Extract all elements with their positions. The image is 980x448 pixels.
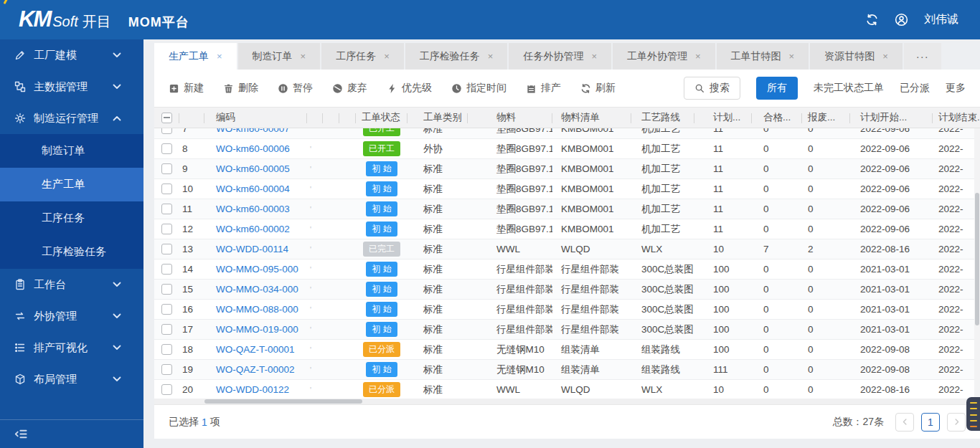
work-order-code-link[interactable]: WO-km60-00002: [216, 224, 290, 234]
刷新-button[interactable]: 刷新: [580, 82, 616, 95]
tab-close-icon[interactable]: ×: [591, 52, 597, 61]
tab-close-icon[interactable]: ×: [789, 52, 795, 61]
暂停-button[interactable]: 暂停: [278, 82, 313, 95]
tab-工序检验任务[interactable]: 工序检验任务×: [405, 43, 508, 70]
row-checkbox[interactable]: [161, 324, 172, 335]
work-order-code-link[interactable]: WO-km60-00006: [216, 143, 290, 154]
sidebar-subitem-生产工单[interactable]: 生产工单: [0, 168, 143, 201]
horizontal-scrollbar-thumb[interactable]: [204, 399, 362, 404]
sidebar-item-外协管理[interactable]: 外协管理: [0, 300, 143, 332]
tab-close-icon[interactable]: ×: [301, 52, 306, 61]
table-row[interactable]: 9WO-km60-00005'初 始标准垫圈8GB97.1KMBOM001机加工…: [154, 159, 980, 179]
collapse-sidebar-icon[interactable]: [14, 427, 28, 441]
table-row[interactable]: 13WO-WDD-00114'已完工标准WWLWLQDWLX10722022-0…: [154, 239, 980, 259]
work-order-code-link[interactable]: WO-MMO-088-000: [216, 304, 298, 315]
next-page-button[interactable]: [947, 413, 966, 432]
table-row[interactable]: 12WO-km60-00002'初 始标准垫圈8GB97.1KMBOM001机加…: [154, 219, 980, 239]
tab-close-icon[interactable]: ×: [695, 52, 701, 61]
table-row[interactable]: 19WO-QAZ-T-00002'初 始标准无缝钢M10组装清单组装路线1110…: [154, 360, 980, 380]
work-order-code-link[interactable]: WO-QAZ-T-00001: [216, 344, 295, 355]
tab-close-icon[interactable]: ×: [384, 52, 390, 61]
sidebar-subitem-工序检验任务[interactable]: 工序检验任务: [0, 235, 143, 269]
search-button[interactable]: 搜索: [684, 77, 740, 100]
prev-page-button[interactable]: [895, 413, 914, 432]
tab-close-icon[interactable]: ×: [217, 52, 222, 61]
废弃-button[interactable]: 废弃: [332, 82, 367, 95]
table-row[interactable]: 18WO-QAZ-T-00001'已分派标准无缝钢M10组装清单组装路线1000…: [154, 340, 980, 360]
work-order-code-link[interactable]: WO-WDD-00122: [216, 384, 289, 395]
row-checkbox[interactable]: [161, 264, 172, 275]
sidebar-item-主数据管理[interactable]: 主数据管理: [0, 71, 143, 103]
table-row[interactable]: 11WO-km60-00003'初 始标准垫圈8GB97.1KMBOM001机加…: [154, 199, 980, 219]
sidebar-subitem-工序任务[interactable]: 工序任务: [0, 201, 143, 235]
tab-任务外协管理[interactable]: 任务外协管理×: [509, 43, 611, 70]
row-checkbox[interactable]: [161, 163, 172, 174]
work-order-code-link[interactable]: WO-MMO-019-000: [216, 324, 298, 335]
sidebar-item-工作台[interactable]: 工作台: [0, 269, 143, 300]
新建-button[interactable]: 新建: [169, 82, 204, 95]
filter-未完工状态工单[interactable]: 未完工状态工单: [814, 82, 884, 95]
删除-button[interactable]: 删除: [223, 82, 258, 95]
sidebar-item-排产可视化[interactable]: 排产可视化: [0, 332, 143, 363]
table-row[interactable]: 8WO-km60-00006'已开工外协垫圈8GB97.1KMBOM001机加工…: [154, 139, 980, 159]
table-row[interactable]: 15WO-MMO-034-000'初 始标准行星组件部装行星组件部装300C总装…: [154, 280, 980, 300]
row-checkbox[interactable]: [161, 143, 172, 154]
优先级-button[interactable]: 优先级: [387, 82, 432, 95]
work-order-code-link[interactable]: WO-QAZ-T-00002: [216, 364, 295, 375]
work-order-code-link[interactable]: WO-km60-00003: [216, 204, 290, 214]
cell-status: 已开工: [356, 139, 407, 158]
tab-工序任务[interactable]: 工序任务×: [321, 43, 404, 70]
table-row[interactable]: 10WO-km60-00004'初 始标准垫圈8GB97.1KMBOM001机加…: [154, 179, 980, 199]
tab-制造订单[interactable]: 制造订单×: [238, 43, 321, 70]
指定时间-button[interactable]: 指定时间: [451, 82, 507, 95]
row-checkbox[interactable]: [161, 364, 172, 375]
filter-已分派[interactable]: 已分派: [900, 82, 930, 95]
floating-widget[interactable]: [966, 397, 980, 431]
row-checkbox[interactable]: [161, 204, 172, 214]
work-order-code-link[interactable]: WO-km60-00005: [216, 163, 290, 174]
column-header-合格...: 合格...: [752, 108, 802, 128]
work-order-code-link[interactable]: WO-WDD-00114: [216, 244, 288, 254]
work-order-code-link[interactable]: WO-km60-00007: [216, 128, 290, 134]
cell-bom: WLQD: [552, 380, 631, 399]
table-row[interactable]: 17WO-MMO-019-000'初 始标准行星组件部装行星组件部装300C总装…: [154, 320, 980, 340]
filter-所有[interactable]: 所有: [756, 77, 798, 100]
filter-更多[interactable]: 更多: [946, 82, 966, 95]
tabs-more-button[interactable]: ···: [904, 43, 941, 70]
tab-工单外协管理[interactable]: 工单外协管理×: [613, 43, 715, 70]
work-order-code-link[interactable]: WO-MMO-034-000: [216, 284, 298, 295]
row-checkbox[interactable]: [161, 224, 172, 234]
table-row[interactable]: 16WO-MMO-088-000'初 始标准行星组件部装行星组件部装300C总装…: [154, 300, 980, 320]
work-order-code-link[interactable]: WO-km60-00004: [216, 184, 290, 194]
page-number-button[interactable]: 1: [921, 413, 940, 432]
table-row[interactable]: 20WO-WDD-00122'已分派标准WWLWLQDWLX10002022-0…: [154, 380, 980, 399]
work-order-code-link[interactable]: WO-MMO-095-000: [216, 264, 298, 275]
tab-工单甘特图[interactable]: 工单甘特图×: [717, 43, 809, 70]
select-all-checkbox[interactable]: [161, 113, 172, 123]
row-checkbox[interactable]: [161, 384, 172, 395]
user-name[interactable]: 刘伟诚: [924, 12, 958, 27]
sync-icon[interactable]: [865, 13, 879, 27]
row-checkbox[interactable]: [161, 304, 172, 315]
cell-plan_start: 2022-09-06: [850, 199, 933, 219]
sidebar-subitem-制造订单[interactable]: 制造订单: [0, 134, 143, 168]
row-checkbox[interactable]: [161, 244, 172, 254]
row-checkbox[interactable]: [161, 128, 172, 134]
row-checkbox[interactable]: [161, 284, 172, 295]
cell-n2: [323, 360, 339, 379]
table-row[interactable]: 14WO-MMO-095-000'初 始标准行星组件部装行星组件部装300C总装…: [154, 259, 980, 280]
tab-close-icon[interactable]: ×: [882, 52, 888, 61]
tab-生产工单[interactable]: 生产工单×: [154, 43, 237, 70]
table-row[interactable]: 7WO-km60-00007'已开工标准垫圈8GB97.1KMBOM001机加工…: [154, 128, 980, 139]
user-icon[interactable]: [895, 13, 908, 27]
排产-button[interactable]: 排产: [526, 82, 561, 95]
tab-close-icon[interactable]: ×: [488, 52, 494, 61]
sidebar-item-制造运行管理[interactable]: 制造运行管理: [0, 103, 143, 134]
vertical-scrollbar-thumb[interactable]: [975, 193, 979, 325]
row-checkbox[interactable]: [161, 344, 172, 355]
row-checkbox[interactable]: [161, 184, 172, 194]
sidebar-item-布局管理[interactable]: 布局管理: [0, 363, 143, 395]
tab-资源甘特图[interactable]: 资源甘特图×: [810, 43, 903, 70]
sidebar-item-工厂建模[interactable]: 工厂建模: [0, 39, 143, 71]
cell-material: 垫圈8GB97.1: [468, 128, 552, 138]
